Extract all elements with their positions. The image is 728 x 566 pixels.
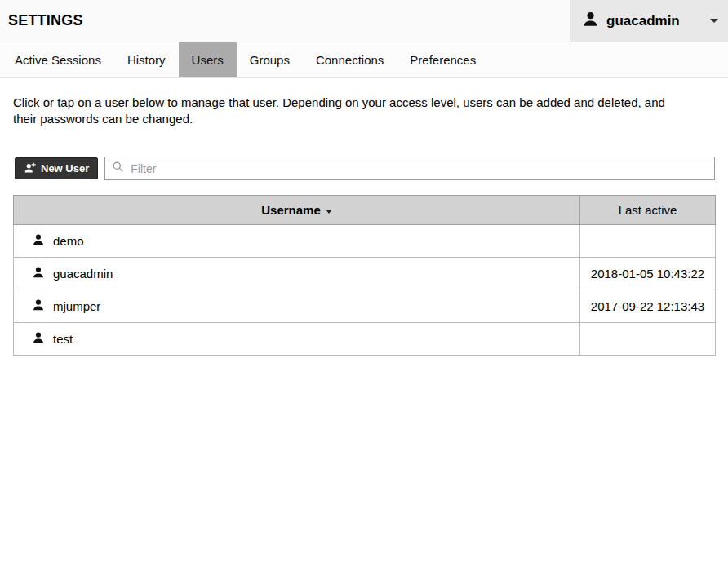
filter-input[interactable]	[131, 162, 708, 175]
table-row-demo[interactable]: demo	[14, 225, 716, 258]
table-row-mjumper[interactable]: mjumper 2017-09-22 12:13:43	[14, 290, 716, 323]
table-row-guacadmin[interactable]: guacadmin 2018-01-05 10:43:22	[14, 258, 716, 290]
new-user-button-label: New User	[41, 162, 89, 175]
tab-users[interactable]: Users	[179, 42, 237, 77]
tab-connections[interactable]: Connections	[303, 42, 397, 77]
user-icon	[32, 233, 45, 249]
tab-history[interactable]: History	[114, 42, 179, 77]
users-table: Username Last active demo	[13, 195, 716, 356]
user-menu[interactable]: guacadmin	[570, 0, 728, 42]
page-description: Click or tap on a user below to manage t…	[13, 95, 690, 127]
column-header-username[interactable]: Username	[14, 196, 580, 225]
search-icon	[112, 161, 124, 176]
filter-field-container	[104, 157, 715, 180]
username-cell: demo	[14, 233, 579, 249]
header-bar: SETTINGS guacadmin	[0, 0, 728, 42]
username-cell: guacadmin	[14, 266, 579, 281]
user-controls-row: New User	[13, 157, 715, 180]
user-icon	[32, 331, 45, 347]
new-user-button[interactable]: New User	[15, 157, 98, 179]
column-header-username-label: Username	[261, 203, 321, 217]
username-cell: mjumper	[14, 298, 579, 314]
chevron-down-icon	[710, 19, 718, 23]
last-active-cell: 2017-09-22 12:13:43	[580, 290, 716, 323]
tab-active-sessions[interactable]: Active Sessions	[2, 42, 114, 77]
last-active-cell: 2018-01-05 10:43:22	[580, 258, 716, 290]
username-text: demo	[53, 234, 84, 248]
last-active-cell	[580, 225, 716, 258]
add-user-icon	[24, 161, 36, 176]
main-content: Click or tap on a user below to manage t…	[0, 78, 728, 356]
column-header-last-active-label: Last active	[619, 203, 677, 217]
last-active-cell	[580, 323, 716, 356]
users-table-header-row: Username Last active	[14, 196, 716, 225]
page-title: SETTINGS	[0, 12, 83, 29]
settings-tabbar: Active Sessions History Users Groups Con…	[0, 42, 728, 78]
user-icon	[32, 266, 45, 281]
user-menu-username: guacadmin	[606, 13, 680, 29]
user-icon	[582, 11, 599, 31]
column-header-last-active[interactable]: Last active	[580, 196, 716, 225]
username-cell: test	[14, 331, 579, 347]
user-icon	[32, 298, 45, 314]
tab-groups[interactable]: Groups	[237, 42, 303, 77]
username-text: test	[53, 332, 73, 346]
tab-preferences[interactable]: Preferences	[397, 42, 489, 77]
table-row-test[interactable]: test	[14, 323, 716, 356]
sort-caret-down-icon	[326, 210, 332, 214]
username-text: mjumper	[53, 299, 100, 313]
username-text: guacadmin	[53, 267, 113, 281]
